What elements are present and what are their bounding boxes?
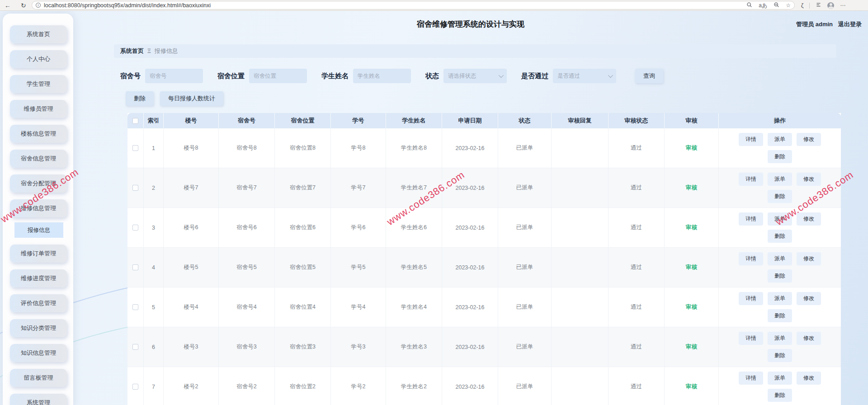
table-cell: 宿舍位置8 xyxy=(275,128,331,168)
back-icon[interactable]: ← xyxy=(5,1,11,9)
row-checkbox[interactable] xyxy=(132,264,138,270)
row-checkbox[interactable] xyxy=(132,225,138,231)
profile-avatar[interactable] xyxy=(827,2,834,9)
table-cell: 学生姓名7 xyxy=(386,168,442,207)
row-checkbox[interactable] xyxy=(132,185,138,191)
table-cell: 宿舍号3 xyxy=(219,327,275,367)
dispatch-button[interactable]: 派单 xyxy=(768,332,792,345)
detail-button[interactable]: 详情 xyxy=(739,133,763,146)
sidebar-item-repairmen[interactable]: 维修员管理 xyxy=(10,100,67,118)
column-header: 宿舍号 xyxy=(219,113,275,128)
table-cell: 3 xyxy=(144,208,164,247)
dorm-no-input[interactable] xyxy=(145,69,203,83)
filter-bar: 宿舍号 宿舍位置 学生姓名 状态 请选择状态 是否通过 是否通过 查询 xyxy=(120,69,663,83)
dispatch-button[interactable]: 派单 xyxy=(768,252,792,265)
edit-button[interactable]: 修改 xyxy=(797,292,821,305)
dispatch-button[interactable]: 派单 xyxy=(768,292,792,305)
table-cell: 宿舍号5 xyxy=(219,248,275,287)
audit-link[interactable]: 审核 xyxy=(686,303,697,311)
logout-button[interactable]: 退出登录 xyxy=(838,20,862,28)
sidebar-item-repair-orders[interactable]: 维修订单管理 xyxy=(10,245,67,263)
sidebar-item-dorm-info[interactable]: 宿舍信息管理 xyxy=(10,150,67,168)
audit-link[interactable]: 审核 xyxy=(686,264,697,271)
audit-link[interactable]: 审核 xyxy=(686,184,697,192)
dorm-location-input[interactable] xyxy=(249,69,307,83)
favorite-star-icon[interactable]: ☆ xyxy=(786,2,791,9)
edit-button[interactable]: 修改 xyxy=(797,332,821,345)
sidebar-subitem-repair-info-list[interactable]: 报修信息 xyxy=(14,222,63,238)
breadcrumb-home[interactable]: 系统首页 xyxy=(120,47,144,55)
delete-button[interactable]: 删除 xyxy=(768,230,792,243)
table-row: 2楼号7宿舍号7宿舍位置7学号7学生姓名72023-02-16已派单通过审核详情… xyxy=(127,168,841,208)
zoom-out-icon[interactable] xyxy=(774,2,779,9)
sidebar-item-students[interactable]: 学生管理 xyxy=(10,75,67,93)
sidebar-item-home[interactable]: 系统首页 xyxy=(10,25,67,43)
site-info-icon[interactable]: i xyxy=(36,3,41,8)
detail-button[interactable]: 详情 xyxy=(739,332,763,345)
sidebar-item-repair-progress[interactable]: 维修进度管理 xyxy=(10,269,67,287)
detail-button[interactable]: 详情 xyxy=(739,212,763,226)
sidebar-item-system[interactable]: 系统管理 xyxy=(10,394,67,405)
sidebar-item-message-board[interactable]: 留言板管理 xyxy=(10,369,67,387)
edit-button[interactable]: 修改 xyxy=(797,372,821,385)
table-cell: 楼号6 xyxy=(164,208,219,247)
detail-button[interactable]: 详情 xyxy=(739,292,763,305)
detail-button[interactable]: 详情 xyxy=(739,252,763,265)
sidebar-item-dorm-assign[interactable]: 宿舍分配管理 xyxy=(10,174,67,193)
table-cell: 宿舍位置4 xyxy=(275,287,331,327)
dispatch-button[interactable]: 派单 xyxy=(768,372,792,385)
search-button[interactable]: 查询 xyxy=(635,69,663,83)
sidebar-item-evaluations[interactable]: 评价信息管理 xyxy=(10,294,67,312)
delete-selected-button[interactable]: 删除 xyxy=(126,91,154,106)
delete-button[interactable]: 删除 xyxy=(768,389,792,402)
sidebar-item-profile[interactable]: 个人中心 xyxy=(10,50,67,68)
dispatch-button[interactable]: 派单 xyxy=(768,173,792,186)
delete-button[interactable]: 删除 xyxy=(768,309,792,322)
table-cell: 2023-02-16 xyxy=(442,248,498,287)
detail-button[interactable]: 详情 xyxy=(739,173,763,186)
sidebar-item-repair-info[interactable]: 报修信息管理 xyxy=(10,199,67,217)
table-cell: 学生姓名8 xyxy=(386,128,442,168)
select-all-checkbox[interactable] xyxy=(132,118,138,124)
status-select[interactable]: 请选择状态 xyxy=(443,69,507,83)
sidebar-item-knowledge-categories[interactable]: 知识分类管理 xyxy=(10,319,67,337)
sidebar-item-buildings[interactable]: 楼栋信息管理 xyxy=(10,125,67,143)
sidebar-item-knowledge-info[interactable]: 知识信息管理 xyxy=(10,344,67,362)
table-cell: 通过 xyxy=(609,327,665,367)
more-menu-icon[interactable]: ⋯ xyxy=(840,2,845,9)
search-icon[interactable] xyxy=(746,2,752,9)
dispatch-button[interactable]: 派单 xyxy=(768,133,792,146)
dispatch-button[interactable]: 派单 xyxy=(768,212,792,226)
row-checkbox[interactable] xyxy=(132,304,138,310)
table-cell: 已派单 xyxy=(498,128,552,168)
row-checkbox[interactable] xyxy=(132,145,138,151)
edit-button[interactable]: 修改 xyxy=(797,212,821,226)
audit-link[interactable]: 审核 xyxy=(686,224,697,231)
table-row: 5楼号4宿舍号4宿舍位置4学号4学生姓名42023-02-16已派单通过审核详情… xyxy=(127,287,841,327)
passed-select[interactable]: 是否通过 xyxy=(553,69,616,83)
url-text[interactable]: localhost:8080/springbootsq95x/admin/dis… xyxy=(44,2,746,9)
delete-button[interactable]: 删除 xyxy=(768,190,792,203)
delete-button[interactable]: 删除 xyxy=(768,150,792,163)
row-checkbox[interactable] xyxy=(132,384,138,390)
table-cell xyxy=(552,287,609,327)
edit-button[interactable]: 修改 xyxy=(797,252,821,265)
operations-cell: 详情派单修改删除 xyxy=(719,208,841,247)
audit-link[interactable]: 审核 xyxy=(686,383,697,391)
audit-link[interactable]: 审核 xyxy=(686,144,697,152)
detail-button[interactable]: 详情 xyxy=(739,372,763,385)
row-checkbox[interactable] xyxy=(132,344,138,350)
translate-icon[interactable]: aあ xyxy=(759,2,767,9)
address-bar[interactable]: i localhost:8080/springbootsq95x/admin/d… xyxy=(32,1,795,9)
delete-button[interactable]: 删除 xyxy=(768,269,792,283)
edit-button[interactable]: 修改 xyxy=(797,173,821,186)
delete-button[interactable]: 删除 xyxy=(768,349,792,362)
refresh-icon[interactable]: ↻ xyxy=(21,1,26,9)
daily-repair-stats-button[interactable]: 每日报修人数统计 xyxy=(160,91,223,106)
browser-essentials-icon[interactable] xyxy=(816,2,821,9)
column-header: 索引 xyxy=(144,113,164,128)
student-name-input[interactable] xyxy=(353,69,411,83)
collections-icon[interactable]: ζ xyxy=(801,2,803,9)
edit-button[interactable]: 修改 xyxy=(797,133,821,146)
audit-link[interactable]: 审核 xyxy=(686,343,697,351)
